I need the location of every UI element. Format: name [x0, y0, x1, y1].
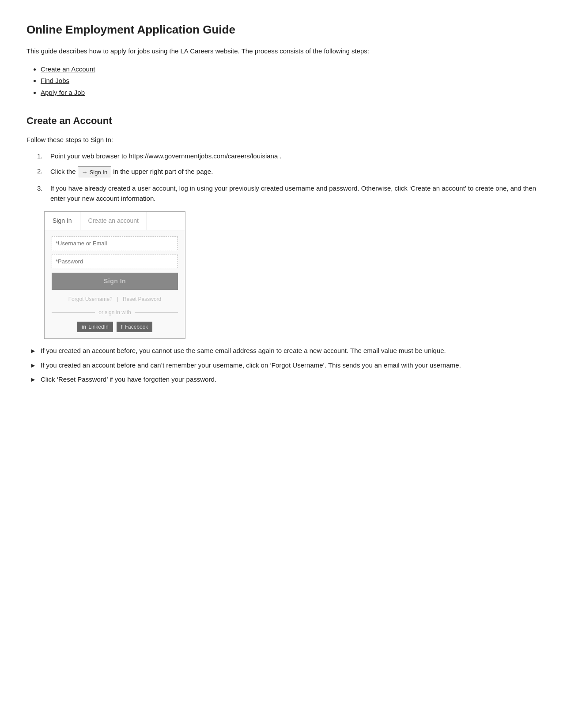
note-3-text: Click ‘Reset Password’ if you have forgo…: [41, 375, 537, 385]
widget-helper-links: Forgot Username? | Reset Password: [52, 295, 178, 303]
signin-submit-button[interactable]: Sign In: [52, 273, 178, 290]
facebook-icon: f: [121, 324, 123, 330]
social-buttons: in LinkedIn f Facebook: [52, 322, 178, 332]
arrow-icon-1: ►: [30, 346, 37, 356]
step-1-num: 1.: [37, 151, 47, 161]
password-input[interactable]: [52, 255, 178, 268]
step-3: 3. If you have already created a user ac…: [37, 184, 537, 203]
step-3-num: 3.: [37, 184, 47, 194]
signin-button-inline: → Sign In: [78, 166, 111, 178]
or-divider: or sign in with: [52, 308, 178, 316]
step-1-text-after: .: [280, 152, 281, 160]
tab-signin[interactable]: Sign In: [45, 212, 80, 230]
note-1: ► If you created an account before, you …: [30, 346, 537, 356]
linkedin-label: LinkedIn: [88, 324, 108, 330]
reset-password-link[interactable]: Reset Password: [123, 295, 161, 303]
tab-create[interactable]: Create an account: [80, 212, 147, 230]
note-2-text: If you created an account before and can…: [41, 360, 537, 371]
facebook-button[interactable]: f Facebook: [117, 322, 153, 332]
note-3: ► Click ‘Reset Password’ if you have for…: [30, 375, 537, 385]
steps-list: 1. Point your web browser to https://www…: [37, 151, 537, 204]
facebook-label: Facebook: [125, 324, 148, 330]
arrow-icon-2: ►: [30, 361, 37, 370]
signin-widget: Sign In Create an account Sign In Forgot…: [44, 211, 185, 339]
step-1-text-before: Point your web browser to: [50, 152, 129, 160]
notes-list: ► If you created an account before, you …: [30, 346, 537, 385]
intro-paragraph: This guide describes how to apply for jo…: [26, 46, 537, 56]
username-input[interactable]: [52, 236, 178, 250]
note-2: ► If you created an account before and c…: [30, 360, 537, 371]
link-separator: |: [117, 295, 118, 303]
step-2: 2. Click the → Sign In in the upper righ…: [37, 166, 537, 178]
step-3-content: If you have already created a user accou…: [50, 184, 537, 203]
toc-link-apply[interactable]: Apply for a Job: [41, 89, 85, 96]
toc-link-create[interactable]: Create an Account: [41, 65, 95, 73]
page-title: Online Employment Application Guide: [26, 21, 537, 38]
step-2-after: in the upper right part of the page.: [113, 168, 213, 175]
linkedin-icon: in: [82, 324, 87, 330]
toc-link-find[interactable]: Find Jobs: [41, 77, 69, 84]
signin-btn-label: Sign In: [90, 168, 107, 177]
step-1-content: Point your web browser to https://www.go…: [50, 151, 537, 161]
step-2-num: 2.: [37, 166, 47, 176]
toc-item-create[interactable]: Create an Account: [41, 64, 537, 75]
step-1: 1. Point your web browser to https://www…: [37, 151, 537, 161]
note-1-text: If you created an account before, you ca…: [41, 346, 537, 356]
forgot-username-link[interactable]: Forgot Username?: [68, 295, 113, 303]
toc-item-apply[interactable]: Apply for a Job: [41, 88, 537, 98]
step-1-link[interactable]: https://www.governmentjobs.com/careers/l…: [129, 152, 278, 160]
arrow-icon-3: ►: [30, 375, 37, 384]
toc-item-find[interactable]: Find Jobs: [41, 76, 537, 86]
arrow-icon: →: [82, 168, 88, 177]
linkedin-button[interactable]: in LinkedIn: [77, 322, 113, 332]
section-heading-create: Create an Account: [26, 113, 537, 128]
step-2-content: Click the → Sign In in the upper right p…: [50, 166, 537, 178]
step-2-text-before: Click the: [50, 168, 76, 175]
widget-tabs: Sign In Create an account: [45, 212, 185, 230]
steps-intro: Follow these steps to Sign In:: [26, 135, 537, 145]
toc-list: Create an Account Find Jobs Apply for a …: [41, 64, 537, 98]
widget-body: Sign In Forgot Username? | Reset Passwor…: [45, 230, 185, 338]
